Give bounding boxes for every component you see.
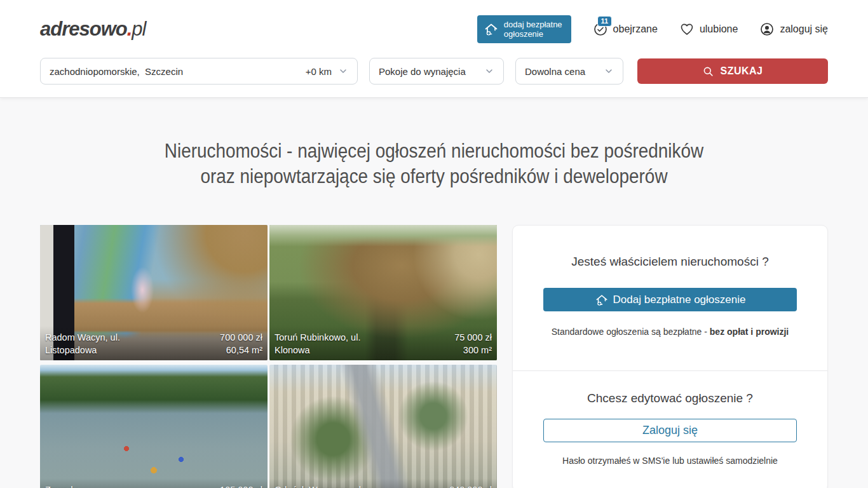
owner-note-regular: Standardowe ogłoszenia są bezpłatne - [552, 327, 710, 337]
listing-caption: Radom Wacyn, ul. Listopadowa 700 000 zł … [40, 326, 268, 360]
search-bar: zachodniopomorskie, Szczecin +0 km Pokoj… [40, 58, 828, 85]
house-plus-icon [484, 22, 499, 37]
listing-area: 60,54 m² [220, 344, 262, 356]
user-circle-icon [759, 22, 775, 37]
location-value: zachodniopomorskie, Szczecin [50, 66, 183, 77]
owner-section: Jesteś właścicielem nieruchomości ? Doda… [513, 226, 827, 370]
listing-caption: Gdańsk Wrzeszcz, ul. 640 000 zł [269, 478, 497, 488]
house-plus-icon [595, 293, 609, 307]
site-header: adresowo.pl dodaj bezpłatne [0, 0, 868, 98]
radius-dropdown[interactable]: +0 km [306, 66, 348, 77]
owner-section-title: Jesteś właścicielem nieruchomości ? [543, 255, 797, 269]
viewed-label: obejrzane [613, 24, 658, 35]
radius-value: +0 km [306, 66, 332, 77]
add-listing-label-line1: dodaj bezpłatne [504, 20, 562, 29]
viewed-check-circle-icon: 11 [593, 22, 608, 37]
viewed-count-badge: 11 [597, 16, 613, 27]
add-free-listing-button[interactable]: Dodaj bezpłatne ogłoszenie [543, 288, 797, 311]
listing-card-gdansk[interactable]: Gdańsk Wrzeszcz, ul. 640 000 zł [269, 365, 497, 488]
viewed-link[interactable]: 11 obejrzane [593, 22, 658, 37]
main-content: Nieruchomości - najwięcej ogłoszeń nieru… [40, 139, 828, 488]
login-label: zaloguj się [780, 24, 828, 35]
favorites-link[interactable]: ulubione [679, 22, 738, 37]
owner-note-bold: bez opłat i prowizji [710, 327, 789, 337]
login-button[interactable]: Zaloguj się [543, 419, 797, 442]
page-title-line1: Nieruchomości - najwięcej ogłoszeń nieru… [79, 139, 789, 164]
chevron-down-icon [338, 66, 348, 76]
listing-caption: Zawady 105 000 zł [40, 478, 268, 488]
owner-note: Standardowe ogłoszenia są bezpłatne - be… [543, 327, 797, 337]
listings-grid: Radom Wacyn, ul. Listopadowa 700 000 zł … [40, 225, 497, 488]
listing-location-line2: Klonowa [275, 344, 360, 356]
listing-card-torun[interactable]: Toruń Rubinkowo, ul. Klonowa 75 000 zł 3… [269, 225, 497, 360]
price-select[interactable]: Dowolna cena [515, 58, 623, 85]
listing-caption: Toruń Rubinkowo, ul. Klonowa 75 000 zł 3… [269, 326, 497, 360]
edit-section: Chcesz edytować ogłoszenie ? Zaloguj się… [513, 371, 827, 488]
listing-price: 75 000 zł [454, 331, 492, 344]
owner-panel: Jesteś właścicielem nieruchomości ? Doda… [512, 225, 828, 488]
listing-area: 300 m² [454, 344, 492, 356]
brand-tld: pl [132, 18, 146, 40]
favorites-label: ulubione [700, 24, 738, 35]
listing-location-line1: Zawady [45, 484, 78, 488]
chevron-down-icon [604, 66, 614, 76]
listing-location-line1: Toruń Rubinkowo, ul. [275, 331, 360, 344]
brand-name: adresowo [40, 18, 127, 40]
location-input[interactable]: zachodniopomorskie, Szczecin +0 km [40, 58, 358, 85]
listing-card-radom[interactable]: Radom Wacyn, ul. Listopadowa 700 000 zł … [40, 225, 268, 360]
listing-location-line1: Radom Wacyn, ul. [45, 331, 120, 344]
page-title: Nieruchomości - najwięcej ogłoszeń nieru… [40, 139, 828, 189]
listing-photo [269, 365, 497, 488]
listing-price: 640 000 zł [449, 484, 492, 488]
listing-card-zawady[interactable]: Zawady 105 000 zł [40, 365, 268, 488]
listing-price: 105 000 zł [220, 484, 262, 488]
add-free-listing-label: Dodaj bezpłatne ogłoszenie [613, 294, 746, 306]
listing-photo [40, 365, 268, 488]
search-icon [702, 65, 714, 78]
heart-icon [679, 22, 695, 37]
header-actions: dodaj bezpłatne ogłoszenie 11 obejrzane [477, 15, 828, 43]
search-button[interactable]: SZUKAJ [637, 58, 828, 84]
search-button-label: SZUKAJ [720, 65, 763, 77]
listing-price: 700 000 zł [220, 331, 262, 344]
category-select[interactable]: Pokoje do wynajęcia [369, 58, 504, 85]
edit-note: Hasło otrzymałeś w SMS'ie lub ustawiłeś … [543, 456, 797, 466]
listing-location-line1: Gdańsk Wrzeszcz, ul. [275, 484, 363, 488]
listing-location-line2: Listopadowa [45, 344, 120, 356]
price-value: Dowolna cena [525, 66, 585, 77]
login-link[interactable]: zaloguj się [759, 22, 828, 37]
add-listing-button[interactable]: dodaj bezpłatne ogłoszenie [477, 15, 571, 43]
edit-section-title: Chcesz edytować ogłoszenie ? [543, 391, 797, 405]
add-listing-label-line2: ogłoszenie [504, 29, 562, 39]
chevron-down-icon [484, 66, 494, 76]
category-value: Pokoje do wynajęcia [379, 66, 466, 77]
login-button-label: Zaloguj się [642, 424, 698, 437]
page-title-line2: oraz niepowtarzające się oferty pośredni… [79, 164, 789, 189]
brand-logo[interactable]: adresowo.pl [40, 18, 146, 41]
